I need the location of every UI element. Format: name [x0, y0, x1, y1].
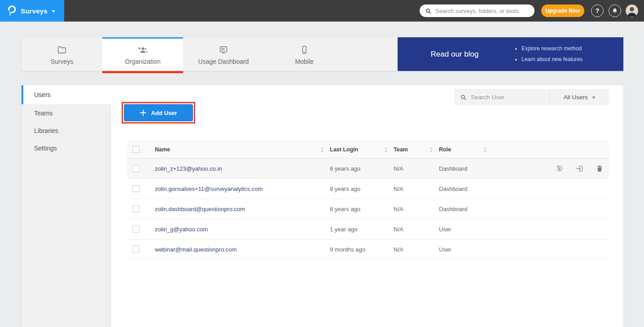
- team-cell: N/A: [394, 186, 439, 192]
- row-checkbox[interactable]: [132, 225, 140, 233]
- upgrade-now-button[interactable]: Upgrade Now: [541, 4, 584, 17]
- user-filter-dropdown[interactable]: All Users: [549, 89, 609, 105]
- organization-panel: Users Teams Libraries Settings All Users: [22, 85, 623, 327]
- search-icon: [460, 94, 467, 101]
- tab-label: Organization: [125, 58, 160, 65]
- last-login-cell: 1 year ago: [330, 226, 394, 233]
- last-login-cell: 8 years ago: [330, 186, 394, 192]
- team-cell: N/A: [394, 206, 439, 212]
- blog-bullet: Explore research method: [521, 44, 623, 54]
- column-header-name[interactable]: Name: [155, 146, 170, 153]
- tab-label: Mobile: [295, 58, 313, 65]
- table-row[interactable]: zolin_g@yahoo.com 1 year ago N/A User: [127, 219, 609, 239]
- users-content: All Users Add User Name: [111, 85, 623, 327]
- notifications-button[interactable]: [609, 4, 621, 17]
- user-email-link[interactable]: zolin_z+123@yahoo.co.in: [155, 165, 222, 172]
- last-login-cell: 6 years ago: [330, 206, 394, 212]
- table-row[interactable]: zolin_z+123@yahoo.co.in 6 years ago N/A …: [127, 159, 609, 179]
- row-checkbox[interactable]: [132, 165, 140, 172]
- column-header-last-login[interactable]: Last Login: [330, 146, 358, 153]
- row-checkbox[interactable]: [132, 185, 140, 192]
- sort-icon[interactable]: [384, 147, 388, 152]
- tab-label: Usage Dashboard: [198, 58, 249, 65]
- delete-user-icon[interactable]: [596, 164, 604, 173]
- user-avatar[interactable]: [626, 4, 638, 17]
- role-cell: Dashboard: [439, 165, 493, 172]
- mobile-icon: [299, 45, 309, 55]
- sidebar-item-libraries[interactable]: Libraries: [22, 122, 111, 139]
- sidebar-item-label: Settings: [34, 145, 57, 152]
- add-people-icon: [137, 45, 148, 55]
- organization-sidebar: Users Teams Libraries Settings: [22, 85, 111, 327]
- page: Surveys Upgrade Now ?: [0, 0, 644, 327]
- table-header: Name Last Login Team: [127, 141, 609, 159]
- login-as-user-icon[interactable]: [575, 164, 584, 173]
- tab-mobile[interactable]: Mobile: [264, 37, 345, 71]
- user-filter-label: All Users: [563, 94, 587, 101]
- table-body: zolin_z+123@yahoo.co.in 6 years ago N/A …: [127, 159, 609, 260]
- sidebar-item-label: Teams: [34, 110, 53, 117]
- role-cell: User: [439, 226, 493, 233]
- blog-banner-title[interactable]: Read our blog: [398, 50, 512, 59]
- main-tabs: Surveys Organization Usage Dashboard: [22, 37, 398, 71]
- select-all-checkbox[interactable]: [132, 146, 140, 153]
- row-actions: [493, 164, 609, 173]
- sidebar-item-teams[interactable]: Teams: [22, 104, 111, 122]
- team-cell: N/A: [394, 226, 439, 233]
- questionpro-logo-icon: [6, 4, 17, 17]
- sidebar-item-label: Libraries: [34, 127, 58, 134]
- add-user-label: Add User: [151, 110, 177, 116]
- reset-password-icon[interactable]: [555, 164, 564, 173]
- user-email-link[interactable]: zolin.gonsalves+11@surveyanalytics.com: [155, 186, 263, 192]
- team-cell: N/A: [394, 165, 439, 172]
- annotation-red-underline: [102, 71, 183, 73]
- search-icon: [425, 8, 432, 14]
- column-header-team[interactable]: Team: [394, 146, 408, 153]
- user-search: [454, 89, 549, 105]
- table-row[interactable]: zolin.gonsalves+11@surveyanalytics.com 8…: [127, 179, 609, 199]
- sidebar-item-settings[interactable]: Settings: [22, 139, 111, 157]
- tab-usage-dashboard[interactable]: Usage Dashboard: [183, 37, 264, 71]
- global-search-input[interactable]: [435, 8, 529, 14]
- role-cell: Dashboard: [439, 186, 493, 192]
- tab-label: Surveys: [51, 58, 74, 65]
- column-header-role[interactable]: Role: [439, 146, 451, 153]
- row-checkbox[interactable]: [132, 246, 140, 253]
- table-row[interactable]: webinar@mail.questionpro.com 9 months ag…: [127, 239, 609, 260]
- global-search: [420, 4, 534, 17]
- users-table: Name Last Login Team: [127, 141, 609, 260]
- team-cell: N/A: [394, 246, 439, 253]
- topbar: Surveys Upgrade Now ?: [0, 0, 644, 22]
- usage-dashboard-icon: [219, 45, 228, 55]
- tab-organization[interactable]: Organization: [102, 37, 183, 71]
- product-menu-label: Surveys: [21, 7, 48, 15]
- role-cell: Dashboard: [439, 206, 493, 212]
- chevron-down-icon: [592, 97, 596, 99]
- folder-icon: [57, 45, 67, 55]
- role-cell: User: [439, 246, 493, 253]
- user-email-link[interactable]: zolin_g@yahoo.com: [155, 226, 208, 233]
- blog-bullet: Learn about new features: [521, 54, 623, 65]
- sidebar-item-label: Users: [34, 91, 51, 98]
- product-menu[interactable]: Surveys: [0, 0, 64, 22]
- row-checkbox[interactable]: [132, 205, 140, 212]
- help-button[interactable]: ?: [591, 4, 604, 17]
- last-login-cell: 9 months ago: [330, 246, 394, 253]
- plus-icon: [140, 110, 146, 116]
- help-question-icon: ?: [596, 7, 600, 14]
- sidebar-item-users[interactable]: Users: [22, 85, 111, 104]
- last-login-cell: 6 years ago: [330, 165, 394, 172]
- user-search-input[interactable]: [471, 94, 543, 101]
- avatar-photo: [626, 4, 638, 17]
- sort-icon[interactable]: [429, 147, 433, 152]
- sort-icon[interactable]: [483, 147, 487, 152]
- sort-icon[interactable]: [320, 147, 324, 152]
- user-email-link[interactable]: webinar@mail.questionpro.com: [155, 246, 237, 253]
- add-user-button[interactable]: Add User: [124, 104, 193, 121]
- user-email-link[interactable]: zolin.dashboard@questionpro.com: [155, 206, 245, 212]
- table-row[interactable]: zolin.dashboard@questionpro.com 6 years …: [127, 199, 609, 219]
- blog-banner-bullets: Explore research method Learn about new …: [512, 44, 623, 65]
- blog-banner[interactable]: Read our blog Explore research method Le…: [398, 37, 623, 71]
- tab-surveys[interactable]: Surveys: [22, 37, 102, 71]
- chevron-down-icon: [52, 10, 55, 13]
